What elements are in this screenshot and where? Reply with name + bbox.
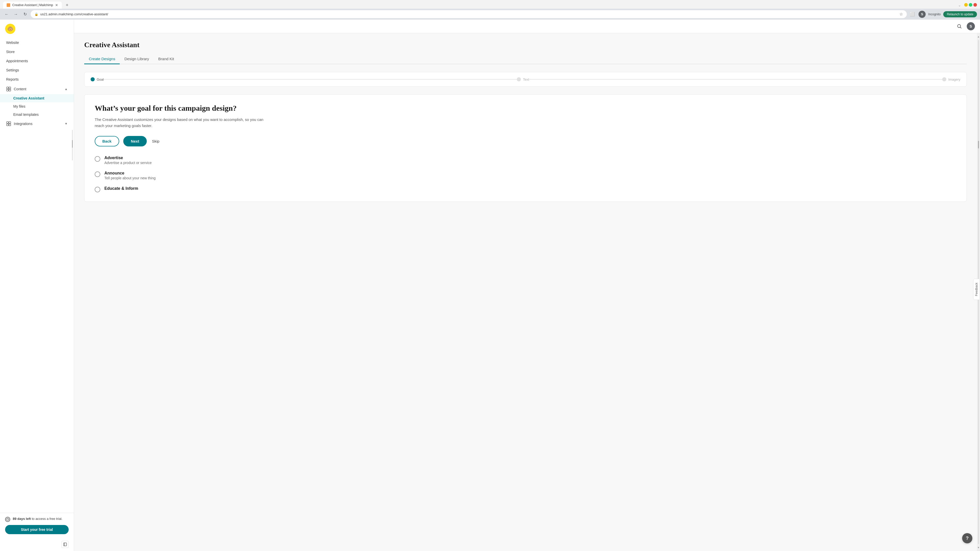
content-section-label: Content [14,87,26,91]
sidebar-item-reports[interactable]: Reports [0,75,74,84]
page-title: Creative Assistant [84,41,967,49]
url-text: us21.admin.mailchimp.com/creative-assist… [40,12,897,16]
sidebar-item-email-templates[interactable]: Email templates [0,110,74,119]
svg-rect-2 [6,89,8,91]
topbar: S [74,20,980,33]
svg-rect-7 [9,124,11,126]
step-label-goal: Goal [97,78,103,81]
sidebar-item-store[interactable]: Store [0,47,74,56]
radio-announce[interactable] [95,171,100,177]
search-button[interactable] [956,22,963,30]
sidebar: 🐵 Website Store Appointments Settings Re… [0,20,74,551]
extensions-button[interactable]: ⬜ [909,11,916,18]
svg-rect-1 [9,87,11,89]
step-dot-text [517,77,521,81]
forward-nav-button[interactable]: → [12,11,19,18]
radio-educate[interactable] [95,187,100,192]
tab-brand-kit[interactable]: Brand Kit [154,54,179,64]
svg-rect-4 [6,122,8,124]
page-area: Creative Assistant Create Designs Design… [74,33,977,551]
sidebar-item-my-files[interactable]: My files [0,102,74,110]
sidebar-section-content[interactable]: Content ▲ [0,84,74,94]
sidebar-item-creative-assistant[interactable]: Creative Assistant [0,94,74,102]
trial-text: 89 days left to access a free trial. [13,516,62,521]
goal-option-advertise[interactable]: Advertise Advertise a product or service [95,156,956,165]
bookmark-icon[interactable]: ☆ [899,12,903,17]
next-button[interactable]: Next [123,136,147,146]
goal-announce-title: Announce [104,171,156,176]
topbar-avatar[interactable]: S [967,22,975,30]
reload-button[interactable]: ↻ [21,11,29,18]
tab-title: Creative Assistant | Mailchimp [12,3,53,7]
sidebar-logo: 🐵 [0,20,74,38]
main-card: What’s your goal for this campaign desig… [84,94,967,202]
sidebar-section-integrations[interactable]: Integrations ▼ [0,119,74,129]
step-label-imagery: Imagery [948,78,960,81]
step-line-1 [103,79,517,79]
minimize-button[interactable] [964,3,968,6]
sidebar-collapse-button[interactable] [62,541,68,548]
tab-close-button[interactable]: ✕ [55,3,58,7]
sidebar-item-website[interactable]: Website [0,38,74,47]
back-nav-button[interactable]: ← [3,11,10,18]
svg-line-14 [960,27,962,29]
step-line-2 [529,79,942,79]
integrations-section-label: Integrations [14,122,32,126]
relaunch-button[interactable]: Relaunch to update [943,11,977,17]
action-buttons: Back Next Skip [95,136,956,146]
goal-advertise-title: Advertise [104,156,151,160]
back-button[interactable]: Back [95,136,119,146]
step-indicator: Goal Text Imagery [84,72,967,87]
goal-option-educate[interactable]: Educate & Inform [95,186,956,192]
mailchimp-logo-icon: 🐵 [5,24,15,34]
integrations-section-icon [6,121,11,126]
goal-options: Advertise Advertise a product or service… [95,156,956,192]
address-bar[interactable]: 🔒 us21.admin.mailchimp.com/creative-assi… [30,10,907,18]
step-label-text: Text [523,78,529,81]
tab-list-button[interactable]: ⌄ [958,3,961,7]
main-content: S Creative Assistant Create Designs Desi… [74,20,980,551]
feedback-button[interactable]: Feedback [974,279,980,300]
step-dot-goal [91,77,95,81]
content-chevron-icon: ▲ [65,87,68,91]
incognito-label: Incognito [928,13,941,16]
trial-clock-icon [5,517,10,522]
tab-create-designs[interactable]: Create Designs [84,54,120,64]
svg-rect-6 [6,124,8,126]
skip-button[interactable]: Skip [151,137,160,146]
content-section-icon [6,86,11,92]
sidebar-footer [0,538,74,551]
trial-banner: 89 days left to access a free trial. Sta… [0,513,74,538]
sidebar-item-appointments[interactable]: Appointments [0,56,74,65]
maximize-button[interactable] [969,3,972,6]
goal-option-announce[interactable]: Announce Tell people about your new thin… [95,171,956,180]
close-button[interactable] [974,3,977,6]
browser-tab[interactable]: Creative Assistant | Mailchimp ✕ [3,2,62,9]
integrations-chevron-icon: ▼ [65,122,68,125]
goal-advertise-desc: Advertise a product or service [104,161,151,165]
radio-advertise[interactable] [95,156,100,162]
svg-point-13 [958,24,961,27]
scroll-thumb [978,141,979,148]
goal-announce-desc: Tell people about your new thing [104,176,156,180]
help-button[interactable]: ? [962,533,972,543]
svg-rect-11 [64,543,67,546]
start-trial-button[interactable]: Start your free trial [5,525,68,534]
profile-button[interactable]: S [918,11,926,18]
browser-chrome: Creative Assistant | Mailchimp ✕ + ⌄ ← →… [0,0,980,20]
tab-favicon [6,3,10,7]
campaign-question: What’s your goal for this campaign desig… [95,104,956,113]
svg-rect-5 [9,122,11,124]
goal-educate-title: Educate & Inform [104,186,138,191]
campaign-description: The Creative Assistant customizes your d… [95,117,268,129]
svg-rect-0 [6,87,8,89]
new-tab-button[interactable]: + [64,2,70,8]
lock-icon: 🔒 [35,13,38,16]
step-dot-imagery [942,77,946,81]
sidebar-item-settings[interactable]: Settings [0,65,74,75]
tab-design-library[interactable]: Design Library [120,54,154,64]
svg-rect-3 [9,89,11,91]
tabs: Create Designs Design Library Brand Kit [84,54,967,64]
